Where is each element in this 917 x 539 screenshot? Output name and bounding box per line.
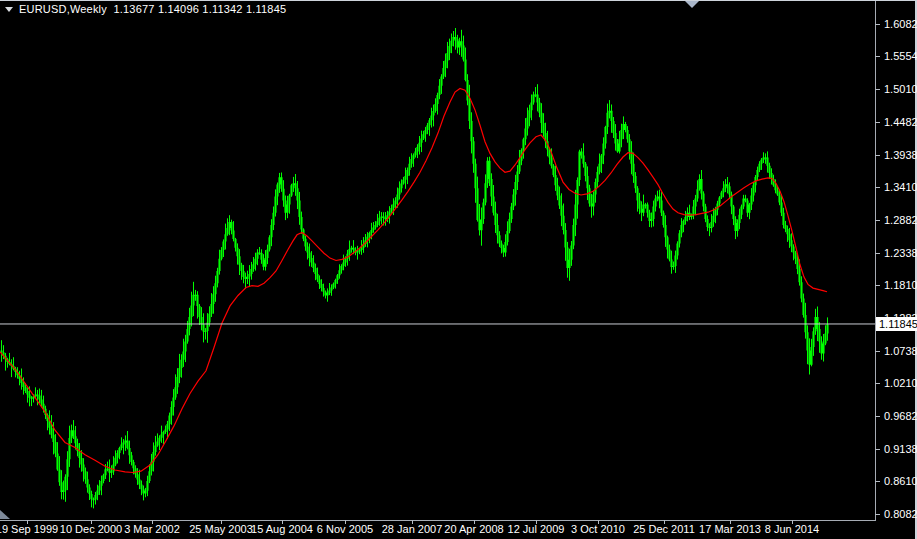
chart-title: EURUSD,Weekly 1.13677 1.14096 1.11342 1.…: [5, 3, 286, 15]
candle-wicks: [2, 28, 828, 508]
chart-window: EURUSD,Weekly 1.13677 1.14096 1.11342 1.…: [0, 0, 917, 539]
symbol-dropdown-icon: [5, 7, 13, 12]
candlestick-chart[interactable]: [0, 0, 917, 539]
corner-resize-icon: [0, 510, 10, 519]
chart-shift-marker-icon[interactable]: [685, 1, 699, 8]
current-price-badge: 1.11845: [876, 317, 917, 331]
chart-title-text: EURUSD,Weekly 1.13677 1.14096 1.11342 1.…: [19, 3, 286, 15]
moving-average-line: [0, 88, 827, 472]
candle-bodies: [2, 37, 828, 500]
